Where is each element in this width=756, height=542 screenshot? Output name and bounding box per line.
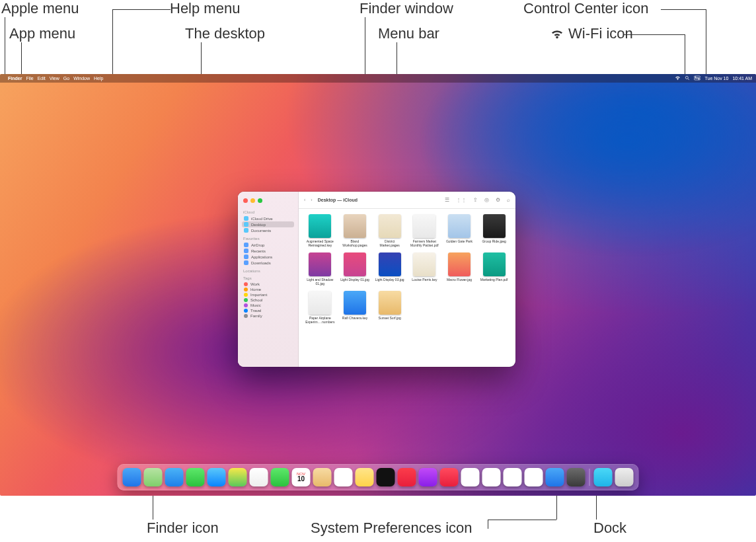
file-item[interactable]: Farmers Market Monthly Packet.pdf xyxy=(408,214,441,247)
file-item[interactable]: Augmented Space Reimagined.key xyxy=(304,214,336,247)
sidebar-tag-travel[interactable]: Travel xyxy=(242,308,294,313)
spotlight-icon[interactable] xyxy=(685,75,690,81)
callout-control-center: Control Center icon xyxy=(523,0,649,17)
dock-notes-icon[interactable] xyxy=(356,468,374,486)
dock-safari-icon[interactable] xyxy=(165,468,184,486)
file-thumb xyxy=(379,252,401,276)
file-item[interactable]: Rafi Chavera.key xyxy=(339,291,371,324)
sidebar-item-recents[interactable]: Recents xyxy=(242,248,294,254)
file-thumb xyxy=(448,252,471,276)
wifi-glyph-callout xyxy=(550,25,554,42)
sidebar-item-icloud-drive[interactable]: iCloud Drive xyxy=(242,215,294,221)
menu-window[interactable]: Window xyxy=(73,76,90,81)
menu-help[interactable]: Help xyxy=(94,76,103,81)
menu-file[interactable]: File xyxy=(26,76,33,81)
wifi-icon[interactable] xyxy=(675,75,681,81)
file-thumb xyxy=(344,214,366,238)
group-button[interactable]: ⋮⋮ xyxy=(456,197,467,203)
dock-contacts-icon[interactable] xyxy=(313,468,332,486)
file-item[interactable]: District Market.pages xyxy=(373,214,406,247)
file-item[interactable]: Bland Workshop.pages xyxy=(339,214,371,247)
dock-launchpad-icon[interactable] xyxy=(144,468,163,486)
sidebar-item-airdrop[interactable]: AirDrop xyxy=(242,242,294,248)
dock-maps-icon[interactable] xyxy=(229,468,247,486)
dock-facetime-icon[interactable] xyxy=(271,468,289,486)
sidebar-tag-work[interactable]: Work xyxy=(242,282,294,287)
view-icons-button[interactable]: ☰ xyxy=(445,197,449,203)
dock-trash-icon[interactable] xyxy=(615,468,634,486)
minimize-button[interactable] xyxy=(250,198,255,203)
dock-mail-icon[interactable] xyxy=(208,468,226,486)
sidebar-tag-school[interactable]: School xyxy=(242,297,294,303)
sidebar-item-desktop[interactable]: Desktop xyxy=(242,221,294,227)
sidebar-tag-family[interactable]: Family xyxy=(242,313,294,319)
close-button[interactable] xyxy=(243,198,248,203)
sidebar-tag-music[interactable]: Music xyxy=(242,303,294,308)
sidebar-tag-important[interactable]: Important xyxy=(242,292,294,297)
dock-pages-icon[interactable] xyxy=(525,468,543,486)
file-name: Golden Gate Park xyxy=(446,240,472,244)
callout-menu-bar: Menu bar xyxy=(378,25,439,42)
file-thumb xyxy=(413,252,435,276)
file-thumb xyxy=(309,214,331,238)
dock-stocks-icon[interactable] xyxy=(461,468,480,486)
dock-news-icon[interactable] xyxy=(440,468,459,486)
file-item[interactable]: Light and Shadow 01.jpg xyxy=(304,252,336,286)
leader xyxy=(112,9,170,10)
file-thumb xyxy=(379,214,401,238)
file-item[interactable]: Light Display 01.jpg xyxy=(339,252,371,286)
file-thumb xyxy=(309,291,331,315)
dock-calendar-icon[interactable]: NOV10 xyxy=(292,468,311,486)
file-name: Sunset Surf.jpg xyxy=(379,317,401,321)
dock-downloads-icon[interactable] xyxy=(594,468,613,486)
sidebar-item-applications[interactable]: Applications xyxy=(242,254,294,260)
sidebar-item-downloads[interactable]: Downloads xyxy=(242,260,294,266)
file-item[interactable]: Louise Parris.key xyxy=(408,252,441,286)
callout-dock: Dock xyxy=(593,520,626,537)
sidebar-item-label: Applications xyxy=(251,255,272,259)
dock-photos-icon[interactable] xyxy=(250,468,268,486)
dock-separator xyxy=(589,469,590,486)
action-button[interactable]: ⚙︎ xyxy=(496,197,500,203)
dock-keynote-icon[interactable] xyxy=(504,468,522,486)
file-name: Marketing Plan.pdf xyxy=(480,278,508,282)
callout-wifi: Wi-Fi icon xyxy=(550,25,633,42)
dock-messages-icon[interactable] xyxy=(186,468,205,486)
finder-toolbar: ‹ › Desktop — iCloud ☰ ⋮⋮ ⇪ ◎ ⚙︎ ⌕ xyxy=(299,192,515,209)
dock-sysprefs-icon[interactable] xyxy=(567,468,586,486)
menu-view[interactable]: View xyxy=(50,76,59,81)
share-button[interactable]: ⇪ xyxy=(473,197,478,203)
sidebar-tag-home[interactable]: Home xyxy=(242,287,294,292)
callout-apple-menu: Apple menu xyxy=(1,0,79,17)
dock-podcasts-icon[interactable] xyxy=(419,468,437,486)
dock-appstore-icon[interactable] xyxy=(546,468,564,486)
control-center-icon[interactable] xyxy=(694,75,700,81)
file-item[interactable]: Group Ride.jpeg xyxy=(478,214,510,247)
dock-numbers-icon[interactable] xyxy=(482,468,501,486)
back-button[interactable]: ‹ xyxy=(304,198,305,202)
svg-point-5 xyxy=(699,79,700,80)
zoom-button[interactable] xyxy=(258,198,262,203)
dock-finder-icon[interactable] xyxy=(123,468,141,486)
desktop-screenshot: Finder File Edit View Go Window Help Tue… xyxy=(0,74,756,496)
search-button[interactable]: ⌕ xyxy=(507,197,510,203)
menubar-time[interactable]: 10:41 AM xyxy=(732,76,752,81)
dock-music-icon[interactable] xyxy=(398,468,416,486)
forward-button[interactable]: › xyxy=(311,198,312,202)
file-item[interactable]: Sunset Surf.jpg xyxy=(373,291,406,324)
file-item[interactable]: Light Display 03.jpg xyxy=(373,252,406,286)
finder-window[interactable]: iCloud iCloud Drive Desktop Documents Fa… xyxy=(238,192,515,367)
dock-reminders-icon[interactable] xyxy=(334,468,353,486)
file-item[interactable]: Paper Airplane Experim….numbers xyxy=(304,291,336,324)
dock-tv-icon[interactable] xyxy=(377,468,395,486)
menu-go[interactable]: Go xyxy=(63,76,69,81)
file-item[interactable]: Macro Flower.jpg xyxy=(443,252,476,286)
app-menu[interactable]: Finder xyxy=(8,76,22,81)
file-item[interactable]: Marketing Plan.pdf xyxy=(478,252,510,286)
file-name: Light and Shadow 01.jpg xyxy=(305,278,335,286)
menu-edit[interactable]: Edit xyxy=(38,76,46,81)
sidebar-item-documents[interactable]: Documents xyxy=(242,227,294,233)
tag-button[interactable]: ◎ xyxy=(484,197,489,203)
menubar-date[interactable]: Tue Nov 10 xyxy=(704,76,728,81)
file-item[interactable]: Golden Gate Park xyxy=(443,214,476,247)
